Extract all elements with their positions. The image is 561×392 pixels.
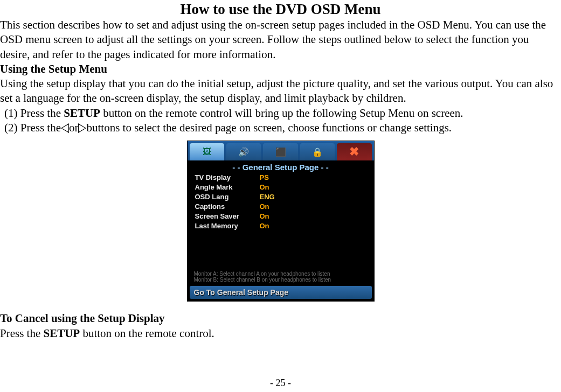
osd-row-value: PS xyxy=(260,173,269,183)
osd-row: OSD LangENG xyxy=(195,192,366,202)
step2-mid: or xyxy=(69,121,79,134)
square-icon: ⬛ xyxy=(275,147,286,157)
cancel-heading: To Cancel using the Setup Display xyxy=(0,311,561,326)
osd-row-label[interactable]: Last Memory xyxy=(195,221,260,231)
page-number: - 25 - xyxy=(0,377,561,389)
step-2: (2) Press theorbuttons to select the des… xyxy=(0,121,561,135)
lock-icon: 🔒 xyxy=(312,147,323,157)
osd-row-value: ENG xyxy=(260,192,275,202)
osd-row-label[interactable]: Screen Saver xyxy=(195,212,260,221)
arrow-right-icon xyxy=(78,123,86,133)
step2-suffix: buttons to select the desired page on sc… xyxy=(86,121,452,134)
cancel-prefix: Press the xyxy=(0,327,44,340)
step1-suffix: button on the remote control will bring … xyxy=(100,107,463,120)
step1-prefix: (1) Press the xyxy=(4,107,64,120)
osd-row: Last MemoryOn xyxy=(195,221,366,231)
osd-screenshot: 🖼 🔊 ⬛ 🔒 ✖ - - General Setup Page - - TV … xyxy=(0,141,561,302)
osd-row: CaptionsOn xyxy=(195,202,366,212)
osd-tab-video[interactable]: ⬛ xyxy=(263,143,297,160)
speaker-icon: 🔊 xyxy=(238,147,249,157)
step2-prefix: (2) Press the xyxy=(4,121,61,134)
using-setup-body: Using the setup display that you can do … xyxy=(0,76,561,106)
osd-tab-preference[interactable]: 🔒 xyxy=(300,143,335,160)
osd-tab-bar: 🖼 🔊 ⬛ 🔒 ✖ xyxy=(188,141,374,160)
arrow-left-icon xyxy=(61,123,69,133)
osd-row: Angle MarkOn xyxy=(195,183,366,192)
osd-row-label[interactable]: Captions xyxy=(195,202,260,212)
osd-tab-audio[interactable]: 🔊 xyxy=(226,143,261,160)
cancel-body: Press the SETUP button on the remote con… xyxy=(0,326,561,341)
cancel-setup-word: SETUP xyxy=(44,327,80,340)
osd-tab-close[interactable]: ✖ xyxy=(337,143,371,160)
osd-row-value: On xyxy=(260,221,269,231)
osd-menu-list: TV DisplayPS Angle MarkOn OSD LangENG Ca… xyxy=(188,173,374,233)
step1-setup-word: SETUP xyxy=(64,107,100,120)
osd-row-label[interactable]: Angle Mark xyxy=(195,183,260,192)
intro-paragraph: This section describes how to set and ad… xyxy=(0,18,561,62)
using-setup-heading: Using the Setup Menu xyxy=(0,62,561,76)
close-icon: ✖ xyxy=(349,145,359,159)
osd-row-label[interactable]: TV Display xyxy=(195,173,260,183)
osd-hint: Monitor A: Select channel A on your head… xyxy=(188,233,374,285)
osd-hint-line: Monitor A: Select channel A on your head… xyxy=(194,271,368,277)
osd-row: TV DisplayPS xyxy=(195,173,366,183)
osd-footer: Go To General Setup Page xyxy=(190,286,372,299)
osd-tab-general[interactable]: 🖼 xyxy=(190,143,224,160)
osd-row-value: On xyxy=(260,212,269,221)
step-1: (1) Press the SETUP button on the remote… xyxy=(0,106,561,121)
cancel-suffix: button on the remote control. xyxy=(80,327,214,340)
page-title: How to use the DVD OSD Menu xyxy=(0,1,561,18)
osd-hint-line: Monitor B: Select channel B on your head… xyxy=(194,277,368,283)
osd-row-value: On xyxy=(260,183,269,192)
osd-row-value: On xyxy=(260,202,269,212)
picture-icon: 🖼 xyxy=(203,147,211,157)
osd-row: Screen SaverOn xyxy=(195,212,366,221)
osd-row-label[interactable]: OSD Lang xyxy=(195,192,260,202)
osd-page-header: - - General Setup Page - - xyxy=(188,160,374,173)
